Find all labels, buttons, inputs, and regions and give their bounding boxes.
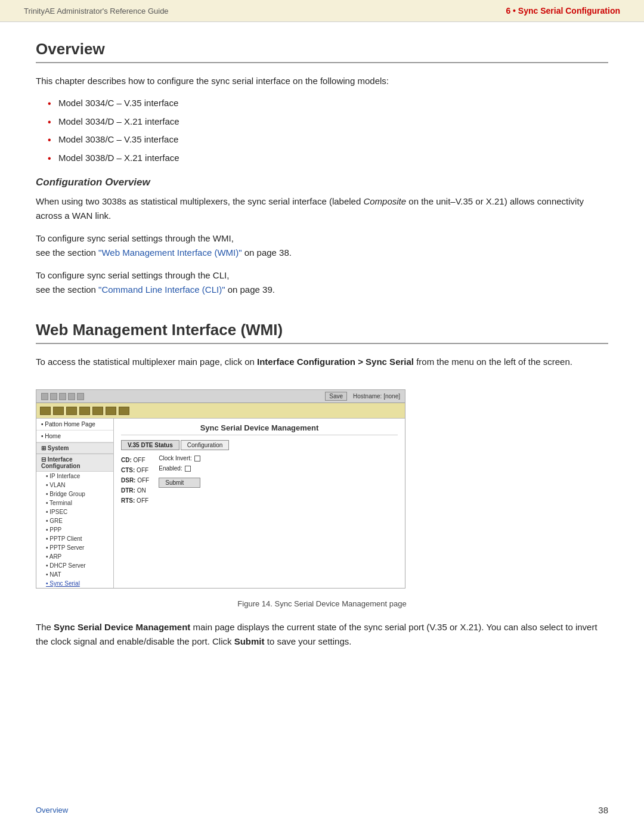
tab-configuration[interactable]: Configuration [181,440,229,450]
status-dtr: DTR: ON [121,485,149,496]
ss-page-title: Sync Serial Device Management [121,423,398,435]
sidebar-item-sync-serial[interactable]: • Sync Serial [36,579,113,588]
screenshot-topbar: Save Hostname: [none] [36,390,405,403]
screenshot-body: • Patton Home Page • Home ⊞ System ⊟ Int… [36,419,405,588]
nav-icon-7[interactable] [119,407,129,415]
sidebar-item-home[interactable]: • Home [36,431,113,442]
sidebar-item-gre[interactable]: • GRE [36,516,113,525]
ss-status-area: CD: OFF CTS: OFF DSR: OFF DTR: ON RTS: O… [121,455,398,506]
nav-icon-5[interactable] [92,407,103,415]
figure-caption: Figure 14. Sync Serial Device Management… [36,599,608,608]
hostname-value: [none] [383,393,400,400]
enabled-row: Enabled: [159,465,200,472]
topbar-dot-4 [68,393,75,400]
sidebar-item-patton[interactable]: • Patton Home Page [36,419,113,431]
nav-icon-3[interactable] [66,407,77,415]
ss-status-col: CD: OFF CTS: OFF DSR: OFF DTR: ON RTS: O… [121,455,149,506]
topbar-dot-1 [41,393,48,400]
topbar-dot-5 [77,393,84,400]
wmi-section: Web Management Interface (WMI) To access… [36,321,608,649]
nav-icon-2[interactable] [53,407,64,415]
sidebar-item-arp[interactable]: • ARP [36,552,113,561]
config-overview-para1: When using two 3038s as statistical mult… [36,194,608,223]
sidebar-item-terminal[interactable]: • Terminal [36,498,113,507]
sidebar-group-interface[interactable]: ⊟ Interface Configuration [36,454,113,472]
status-rts: RTS: OFF [121,496,149,506]
clock-invert-row: Clock Invert: [159,455,200,462]
topbar-dot-2 [50,393,57,400]
footer-left: Overview [36,806,68,815]
sidebar-item-ip-interface[interactable]: • IP Interface [36,472,113,481]
nav-icon-1[interactable] [40,407,51,415]
bullet-item-2: Model 3034/D – X.21 interface [48,115,608,129]
sidebar-item-ppp[interactable]: • PPP [36,525,113,534]
bullet-item-4: Model 3038/D – X.21 interface [48,151,608,165]
sidebar-item-nat[interactable]: • NAT [36,570,113,579]
submit-button[interactable]: Submit [159,478,200,488]
sidebar-item-bridge-group[interactable]: • Bridge Group [36,490,113,498]
sidebar-group-system[interactable]: ⊞ System [36,442,113,454]
overview-title: Overview [36,40,608,63]
page-footer: Overview 38 [36,805,608,815]
hostname-label-text: Hostname: [353,393,382,400]
save-button[interactable]: Save [325,392,347,401]
ss-config-col: Clock Invert: Enabled: Submit [159,455,200,506]
clock-invert-checkbox[interactable] [194,456,200,462]
config-overview-para3: To configure sync serial settings throug… [36,268,608,297]
sidebar-item-pptp-server[interactable]: • PPTP Server [36,543,113,552]
sidebar-item-dhcp[interactable]: • DHCP Server [36,561,113,570]
sidebar: • Patton Home Page • Home ⊞ System ⊟ Int… [36,419,114,588]
hostname-display: Hostname: [none] [353,393,400,400]
header-right-text: 6 • Sync Serial Configuration [506,6,620,16]
wmi-title: Web Management Interface (WMI) [36,321,608,344]
nav-icon-6[interactable] [106,407,116,415]
header-bar: TrinityAE Administrator's Reference Guid… [0,0,644,22]
topbar-dots [41,393,84,400]
main-content: Overview This chapter describes how to c… [0,22,644,693]
wmi-intro: To access the statistical multiplexer ma… [36,355,608,369]
screenshot-main: Sync Serial Device Management V.35 DTE S… [114,419,405,588]
tab-v35-dte-status[interactable]: V.35 DTE Status [121,440,179,450]
config-overview-para2: To configure sync serial settings throug… [36,231,608,260]
screenshot-container: Save Hostname: [none] [36,389,405,589]
status-cd: CD: OFF [121,455,149,465]
enabled-label: Enabled: [159,465,182,472]
nav-icon-bar [36,403,405,419]
wmi-description: The Sync Serial Device Management main p… [36,620,608,649]
bullet-list: Model 3034/C – V.35 interface Model 3034… [48,97,608,165]
topbar-right-info: Save Hostname: [none] [325,392,400,401]
footer-right: 38 [598,805,608,815]
ss-tabs: V.35 DTE Status Configuration [121,440,398,450]
header-left-text: TrinityAE Administrator's Reference Guid… [24,7,169,16]
clock-invert-label: Clock Invert: [159,455,192,462]
sidebar-item-pptp-client[interactable]: • PPTP Client [36,534,113,543]
cli-link[interactable]: "Command Line Interface (CLI)" [98,284,225,295]
sidebar-item-ipsec[interactable]: • IPSEC [36,507,113,516]
status-dsr: DSR: OFF [121,475,149,485]
sidebar-item-vlan[interactable]: • VLAN [36,481,113,490]
topbar-dot-3 [59,393,66,400]
bullet-item-3: Model 3038/C – V.35 interface [48,133,608,147]
bullet-item-1: Model 3034/C – V.35 interface [48,97,608,110]
status-cts: CTS: OFF [121,465,149,475]
overview-intro: This chapter describes how to configure … [36,74,608,88]
config-overview-title: Configuration Overview [36,176,608,188]
nav-icon-4[interactable] [79,407,90,415]
wmi-link[interactable]: "Web Management Interface (WMI)" [98,247,242,258]
enabled-checkbox[interactable] [185,466,191,472]
